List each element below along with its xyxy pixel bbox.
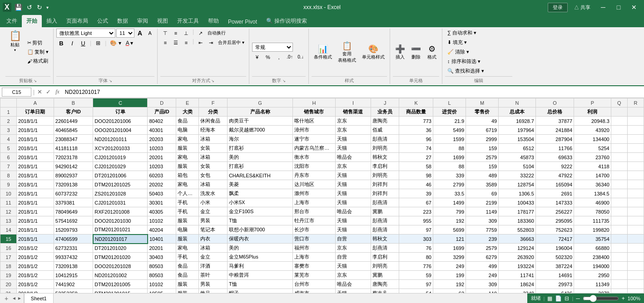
cell[interactable] [611,262,627,271]
font-color-button[interactable]: A ▾ [124,39,135,47]
align-top-button[interactable]: ⊤ [160,29,170,38]
cell[interactable]: 唐陶亮 [371,280,399,289]
cell[interactable] [627,144,644,153]
cell[interactable]: 2999 [466,135,499,144]
cell[interactable]: 手机 [176,198,198,207]
table-row[interactable]: 162018/1/262732331DT20120102020201家电冰箱美的… [0,244,644,253]
cell[interactable]: 20202 [148,180,176,189]
cell[interactable]: DTM201201015 [93,289,148,293]
cell[interactable]: 1699 [433,153,466,162]
row-header[interactable]: 21 [0,289,17,293]
page-break-view-button[interactable]: ⊟ [565,295,569,302]
cell[interactable]: XCY201201033 [93,144,148,153]
sort-filter-button[interactable]: ↕ 排序和筛选 ▾ [445,57,512,66]
cell[interactable]: 喀什地区 [293,117,336,126]
cell[interactable]: 京东 [335,244,371,253]
col-header-i[interactable]: I [335,98,371,108]
cell[interactable] [627,271,644,280]
cell[interactable]: 776 [399,262,433,271]
cell[interactable]: 食品 [176,271,198,280]
cell[interactable]: 80503 [148,262,176,271]
row-header[interactable]: 17 [0,253,17,262]
qat-save-button[interactable]: 💾 [13,3,24,12]
indent-decrease-button[interactable]: ⇤ [195,38,205,47]
cell[interactable]: 45873 [499,153,536,162]
cell[interactable]: 产品名称 [227,108,292,117]
cell[interactable]: 个人护理 [176,189,198,198]
cell[interactable]: 2018/1/2 [17,289,54,293]
cell[interactable]: 自营 [335,235,371,244]
cell[interactable]: 2018/1/1 [17,189,54,198]
cell[interactable] [611,135,627,144]
cell[interactable]: 冰箱 [199,180,227,189]
cell[interactable]: 达川地区 [293,180,336,189]
cell[interactable]: 客户ID [54,108,93,117]
row-header[interactable]: 10 [0,189,17,198]
cell[interactable]: 339 [433,171,466,180]
cell[interactable]: 241884 [535,126,574,135]
cell[interactable]: 6719 [466,126,499,135]
cell[interactable]: 239 [466,235,499,244]
cell[interactable]: 遂宁市 [293,135,336,144]
cell[interactable] [611,108,627,117]
col-header-r[interactable]: R [627,98,644,108]
cell[interactable]: CHARLES&KEITH [227,171,292,180]
italic-button[interactable]: I [67,39,77,48]
autosum-button[interactable]: ∑ 自动求和 ▾ [445,29,512,37]
cell[interactable]: 295095 [535,216,574,225]
cell[interactable]: DOO201201030 [93,216,148,225]
cell[interactable]: 76 [399,244,433,253]
col-header-f[interactable]: F [199,98,227,108]
align-bottom-button[interactable]: ⊥ [181,29,191,38]
cell[interactable]: 67 [399,198,433,207]
cell[interactable]: 47406599 [54,235,93,244]
cell[interactable]: 119 [466,289,499,293]
cell-style-button[interactable]: 🎨 单元格样式 [360,43,387,62]
menu-search[interactable]: 🔍 操作说明搜索 [262,15,312,27]
cell[interactable]: 天猫 [335,171,371,180]
cell[interactable]: 大类 [176,108,198,117]
cell[interactable]: 帽子 [227,289,292,293]
indent-increase-button[interactable]: ⇥ [206,38,216,47]
cell[interactable]: 金立 [199,207,227,216]
cell[interactable]: 李启利 [371,162,399,171]
cell[interactable]: 箱包 [176,171,198,180]
cell[interactable]: 5499 [433,126,466,135]
cell[interactable]: 家电 [176,244,198,253]
cell[interactable]: 799 [433,207,466,216]
table-row[interactable]: 122018/1/178049649RXF20120100840305手机金立金… [0,207,644,216]
cell[interactable]: 家电 [176,180,198,189]
cell[interactable]: 11349 [574,280,611,289]
cell[interactable]: DTM201201020 [93,253,148,262]
row-header[interactable]: 4 [0,135,17,144]
cell[interactable]: 金立F100S [227,207,292,216]
cell[interactable]: 2018/1/2 [17,253,54,262]
cell[interactable]: 2579 [466,153,499,162]
cell[interactable]: 女装 [199,144,227,153]
cell[interactable]: 韩秋文 [371,153,399,162]
insert-function-button[interactable]: fx [54,88,61,95]
cell[interactable]: 89002937 [54,171,93,180]
cell[interactable]: 20201 [148,244,176,253]
cell[interactable]: 冰箱 [199,244,227,253]
row-header[interactable]: 3 [0,126,17,135]
cell[interactable]: 长沙市 [293,225,336,235]
cell[interactable]: 6512 [499,144,536,153]
row-header[interactable]: 18 [0,262,17,271]
cell[interactable]: 10505 [148,289,176,293]
cell[interactable]: 80 [399,253,433,262]
cell[interactable]: 总价格 [535,108,574,117]
cell[interactable]: 天猫 [335,225,371,235]
cell[interactable]: 2018/1/1 [17,216,54,225]
cell[interactable] [627,216,644,225]
cell[interactable]: 2799 [433,180,466,189]
cell[interactable]: 2018/1/1 [17,153,54,162]
cell[interactable]: 196004 [535,244,574,253]
cell[interactable] [627,126,644,135]
cell[interactable]: 衡水市 [293,153,336,162]
font-size-select[interactable]: 11 [116,29,134,38]
menu-page-layout[interactable]: 页面布局 [62,15,93,27]
row-header[interactable]: 9 [0,180,17,189]
cell[interactable]: 165094 [535,180,574,189]
cell[interactable] [611,162,627,171]
